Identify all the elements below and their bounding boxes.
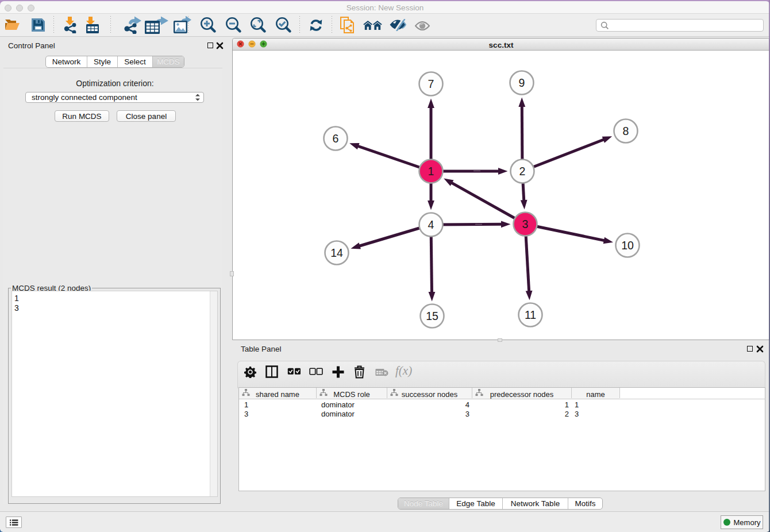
svg-text:15: 15 [426,310,438,322]
svg-text:3: 3 [522,218,529,230]
svg-text:14: 14 [330,246,343,259]
svg-text:6: 6 [333,132,339,145]
svg-text:4: 4 [428,218,434,231]
svg-text:1: 1 [428,165,434,178]
svg-text:9: 9 [519,76,525,89]
svg-text:2: 2 [519,165,526,178]
svg-text:7: 7 [428,78,434,90]
svg-text:11: 11 [525,309,536,321]
svg-text:10: 10 [621,239,634,252]
svg-text:8: 8 [623,125,629,137]
